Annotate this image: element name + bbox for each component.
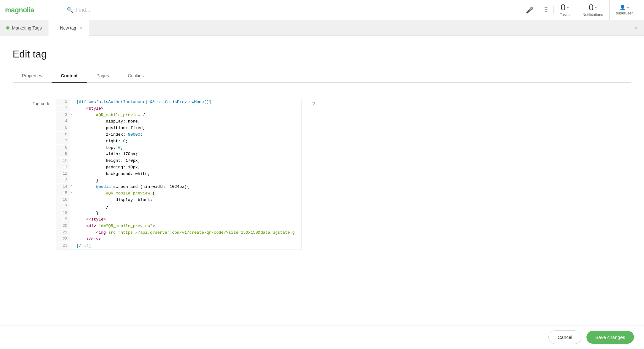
code-line: 22 </div> <box>57 236 302 243</box>
user-nav-item[interactable]: 👤 ▾ superuser <box>610 0 639 20</box>
line-number: 20 <box>57 223 70 229</box>
code-line: 11 padding: 10px; <box>57 164 302 171</box>
line-content: @media screen and (min-width: 1024px){ <box>75 184 191 190</box>
code-line: 1[#if cmsfn.isAuthorInstance() && cmsfn.… <box>57 99 302 106</box>
line-number: 9 <box>57 151 70 157</box>
grid-icon[interactable]: ⠿ <box>539 6 554 14</box>
tab-pages[interactable]: Pages <box>87 69 119 83</box>
tab-content[interactable]: Content <box>52 69 87 83</box>
line-content: } <box>75 204 110 210</box>
logo-area: magnolia <box>5 6 62 14</box>
tag-code-label: Tag code <box>13 99 50 249</box>
line-number: 15 <box>57 190 70 196</box>
line-number: 13 <box>57 177 70 183</box>
fold-icon[interactable]: ▾ <box>70 112 75 117</box>
line-content: } <box>75 177 100 184</box>
code-line: 5 position: fixed; <box>57 125 302 132</box>
line-number: 11 <box>57 164 70 170</box>
user-chevron-icon: ▾ <box>627 5 629 10</box>
tasks-label: Tasks <box>560 13 570 17</box>
code-line: 8 top: 0; <box>57 145 302 151</box>
logo: magnolia <box>5 6 34 14</box>
line-content: #QR_mobile_preview { <box>75 112 147 119</box>
notifications-chevron-icon: ▾ <box>595 5 597 10</box>
tasks-nav-item[interactable]: 0 ▾ Tasks <box>554 0 576 20</box>
line-number: 22 <box>57 236 70 242</box>
code-line: 4 display: none; <box>57 118 302 125</box>
line-number: 17 <box>57 204 70 210</box>
tab-plus-icon: + <box>55 25 58 31</box>
line-number: 10 <box>57 158 70 164</box>
line-number: 6 <box>57 132 70 138</box>
line-number: 5 <box>57 125 70 131</box>
code-line: 9 width: 170px; <box>57 151 302 158</box>
line-content: display: block; <box>75 197 154 204</box>
line-content: #QR_mobile_preview { <box>75 190 157 197</box>
line-content: right: 0; <box>75 138 130 145</box>
tag-code-section: Tag code 1[#if cmsfn.isAuthorInstance() … <box>13 92 631 256</box>
code-line: 19 </style> <box>57 216 302 223</box>
help-icon[interactable]: ? <box>312 101 315 249</box>
line-number: 1 <box>57 99 70 105</box>
tab-new-tag-label: New tag <box>60 25 76 30</box>
line-number: 3 <box>57 112 70 118</box>
line-content: padding: 10px; <box>75 164 142 171</box>
cancel-button[interactable]: Cancel <box>548 330 581 344</box>
code-line: 3▾ #QR_mobile_preview { <box>57 112 302 119</box>
line-number: 12 <box>57 171 70 177</box>
tab-cookies[interactable]: Cookies <box>118 69 153 83</box>
bottom-action-bar: Cancel Save changes <box>0 325 644 349</box>
notifications-nav-item[interactable]: 0 ▾ Notifications <box>576 0 609 20</box>
line-number: 8 <box>57 145 70 151</box>
line-content: <style> <box>75 106 105 112</box>
line-content: <div id="QR_mobile_preview"> <box>75 223 157 230</box>
nav-right: 🎤 ⠿ 0 ▾ Tasks 0 ▾ Notifications 👤 ▾ supe… <box>521 0 639 20</box>
line-number: 14 <box>57 184 70 190</box>
code-line: 21 <img src="https://api.qrserver.com/v1… <box>57 230 302 236</box>
tab-new-tag[interactable]: + New tag × <box>48 20 89 36</box>
microphone-icon[interactable]: 🎤 <box>521 6 539 14</box>
code-line: 17 } <box>57 204 302 210</box>
line-content: <img src="https://api.qrserver.com/v1/cr… <box>75 230 297 236</box>
save-changes-button[interactable]: Save changes <box>586 331 634 344</box>
code-line: 13 } <box>57 177 302 184</box>
code-line: 15▾ #QR_mobile_preview { <box>57 190 302 197</box>
tasks-count: 0 <box>561 3 566 12</box>
code-line: 20 <div id="QR_mobile_preview"> <box>57 223 302 230</box>
tab-properties[interactable]: Properties <box>13 69 52 83</box>
line-content: [/#if] <box>75 243 93 249</box>
search-placeholder: Find... <box>76 7 90 13</box>
line-content: background: white; <box>75 171 152 177</box>
notifications-label: Notifications <box>582 13 603 17</box>
tab-bar: Marketing Tags + New tag × × <box>0 20 644 36</box>
line-number: 21 <box>57 230 70 236</box>
line-number: 2 <box>57 106 70 112</box>
line-number: 7 <box>57 138 70 144</box>
fold-icon[interactable]: ▾ <box>70 184 75 188</box>
code-line: 23[/#if] <box>57 243 302 249</box>
line-number: 23 <box>57 243 70 249</box>
code-line: 18 } <box>57 210 302 217</box>
code-editor[interactable]: 1[#if cmsfn.isAuthorInstance() && cmsfn.… <box>57 99 302 249</box>
tab-dot-icon <box>6 26 9 30</box>
line-content: position: fixed; <box>75 125 147 132</box>
line-content: </div> <box>75 236 103 243</box>
main-content: Edit tag Properties Content Pages Cookie… <box>0 36 644 349</box>
code-line: 6 z-index: 90000; <box>57 132 302 138</box>
code-line: 14▾ @media screen and (min-width: 1024px… <box>57 184 302 190</box>
fold-icon[interactable]: ▾ <box>70 190 75 195</box>
line-content: top: 0; <box>75 145 125 151</box>
tab-marketing-tags-label: Marketing Tags <box>12 25 42 30</box>
line-number: 18 <box>57 210 70 216</box>
search-area[interactable]: 🔍 Find... <box>62 7 521 14</box>
tab-close-icon[interactable]: × <box>80 25 82 30</box>
code-line: 7 right: 0; <box>57 138 302 145</box>
user-label: superuser <box>616 11 633 15</box>
line-number: 4 <box>57 118 70 124</box>
close-panel-icon[interactable]: × <box>628 25 644 31</box>
line-content: } <box>75 210 100 217</box>
tab-marketing-tags[interactable]: Marketing Tags <box>0 20 48 36</box>
line-content: display: none; <box>75 118 142 125</box>
line-content: height: 170px; <box>75 158 142 164</box>
tasks-chevron-icon: ▾ <box>567 5 569 10</box>
